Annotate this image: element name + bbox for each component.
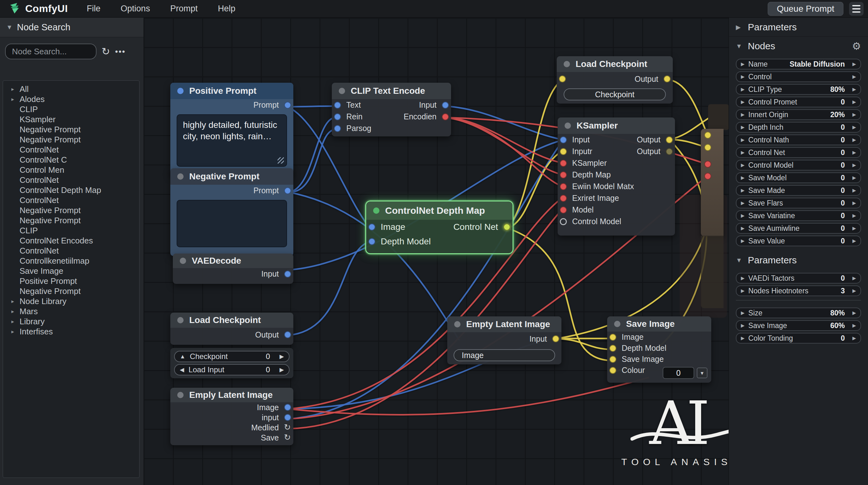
parameter-row[interactable]: ▶ CLIP Type 80% ▶: [736, 84, 861, 95]
output-port[interactable]: [442, 102, 449, 109]
input-port[interactable]: [560, 148, 567, 155]
gear-icon[interactable]: ⚙: [852, 40, 861, 52]
input-port[interactable]: [609, 345, 616, 352]
chevron-right-icon[interactable]: ▶: [852, 137, 856, 143]
chevron-right-icon[interactable]: ▶: [852, 175, 856, 181]
sidebar-list-item[interactable]: CLIP: [3, 225, 139, 235]
input-port[interactable]: [560, 171, 567, 178]
more-options-icon[interactable]: •••: [115, 47, 126, 57]
sidebar-list-item[interactable]: ControlNet: [3, 246, 139, 256]
parameter-row[interactable]: ▶ Nodes Hieotnoters 3 ▶: [736, 285, 861, 296]
parameter-row[interactable]: ▶ Save Flars 0 ▶: [736, 198, 861, 208]
chevron-right-icon[interactable]: ▶: [852, 288, 856, 294]
queue-prompt-button[interactable]: Queue Prompt: [768, 2, 843, 16]
node-clip-text-encode[interactable]: CLIP Text Encode Text Rein Parsog Input …: [332, 83, 451, 136]
menu-item[interactable]: Options: [121, 4, 150, 13]
parameter-row[interactable]: ▶ VAEDi Tactors 0 ▶: [736, 273, 861, 284]
menu-item[interactable]: File: [87, 4, 101, 13]
sidebar-list-item[interactable]: Negative Prompt: [3, 205, 139, 215]
output-port[interactable]: [284, 404, 291, 411]
reload-icon[interactable]: ↻: [284, 433, 291, 443]
node-ksampler[interactable]: KSampler Input Inputr KSampler Depth Map…: [558, 117, 675, 235]
sidebar-list-item[interactable]: Controllkenetiilmap: [3, 256, 139, 266]
input-port[interactable]: [334, 102, 341, 109]
sidebar-list-item[interactable]: Alodes: [3, 94, 139, 104]
image-widget[interactable]: Image: [454, 349, 555, 361]
refresh-icon[interactable]: ↻: [101, 46, 110, 57]
parameter-row[interactable]: ▶ Save Image 60% ▶: [736, 320, 861, 331]
parameter-row[interactable]: ▶ Control Net 0 ▶: [736, 147, 861, 158]
parameter-row[interactable]: ▶ Save Aumiwline 0 ▶: [736, 223, 861, 234]
output-port[interactable]: [284, 414, 291, 421]
node-search-input[interactable]: [5, 44, 96, 59]
output-port[interactable]: [552, 335, 559, 342]
parameter-row[interactable]: ▶ Control Nath 0 ▶: [736, 135, 861, 145]
output-port[interactable]: [284, 331, 291, 338]
input-port[interactable]: [560, 206, 567, 213]
chevron-right-icon[interactable]: ▶: [852, 162, 856, 168]
sidebar-header[interactable]: ▼ Node Search: [0, 18, 144, 37]
parameter-row[interactable]: ▶ Control Promet 0 ▶: [736, 96, 861, 107]
sidebar-list-item[interactable]: Negative Prompt: [3, 215, 139, 225]
up-arrow-icon[interactable]: ▲: [180, 353, 185, 360]
output-port[interactable]: [666, 136, 673, 143]
node-load-checkpoint-bottom[interactable]: Load Checkpoint Output: [170, 313, 293, 345]
input-port[interactable]: [609, 334, 616, 341]
sidebar-list-item[interactable]: Negative Prompt: [3, 286, 139, 296]
menu-item[interactable]: Help: [218, 4, 236, 13]
input-port[interactable]: [560, 136, 567, 143]
chevron-right-icon[interactable]: ▶: [852, 74, 856, 80]
parameter-row[interactable]: ▶ Save Made 0 ▶: [736, 185, 861, 196]
input-port[interactable]: [560, 160, 567, 167]
sidebar-list-item[interactable]: All: [3, 84, 139, 94]
sidebar-list-item[interactable]: CLIP: [3, 104, 139, 114]
chevron-right-icon[interactable]: ▶: [852, 225, 856, 231]
reload-icon[interactable]: ↻: [284, 423, 291, 432]
parameter-row[interactable]: ▶ Save Value 0 ▶: [736, 235, 861, 246]
prompt-textarea[interactable]: [177, 200, 287, 247]
parameter-row[interactable]: ▶ Save Model 0 ▶: [736, 172, 861, 183]
input-port[interactable]: [368, 238, 375, 245]
node-emply-latent-image[interactable]: Emply Latent Image Image input Medlied ↻…: [170, 388, 293, 445]
node-load-checkpoint-top[interactable]: Load Checkpoint Output Checkpoint: [557, 56, 673, 104]
node-save-image[interactable]: Save Image Image Depth Model Save Image …: [607, 316, 711, 383]
resize-handle[interactable]: [278, 157, 284, 164]
chevron-right-icon[interactable]: ▶: [852, 87, 856, 92]
parameter-row[interactable]: ▶ Depth Inch 0 ▶: [736, 122, 861, 133]
node-positive-prompt[interactable]: Positive Prompt Prompt highly detailed, …: [170, 83, 293, 176]
input-port[interactable]: [609, 356, 616, 363]
node-vaedecode[interactable]: VAEDecode Input: [173, 254, 293, 284]
parameter-row[interactable]: ▶ Save Variatine 0 ▶: [736, 210, 861, 221]
chevron-right-icon[interactable]: ▶: [852, 213, 856, 219]
section-parameters-bottom[interactable]: ▼ Parameters: [729, 251, 868, 270]
sidebar-list-item[interactable]: Interfises: [3, 326, 139, 337]
parameter-row[interactable]: ▶ Size 80% ▶: [736, 308, 861, 318]
sidebar-list-item[interactable]: KSampler: [3, 114, 139, 124]
colour-value-field[interactable]: 0: [663, 367, 694, 379]
colour-dropdown-icon[interactable]: ▼: [697, 368, 708, 378]
input-port[interactable]: [704, 144, 711, 151]
sidebar-list-item[interactable]: Library: [3, 316, 139, 326]
chevron-right-icon[interactable]: ▶: [852, 99, 856, 105]
sidebar-list-item[interactable]: ControlNet C: [3, 155, 139, 165]
node-empty-latent-image[interactable]: Empty Latent Image Input Image: [447, 316, 561, 364]
output-port[interactable]: [666, 148, 673, 155]
output-port[interactable]: [284, 187, 291, 194]
chevron-right-icon[interactable]: ▶: [852, 61, 856, 67]
chevron-right-icon[interactable]: ▶: [852, 150, 856, 155]
input-port[interactable]: [704, 173, 711, 180]
chevron-right-icon[interactable]: ▶: [852, 323, 856, 329]
output-port[interactable]: [284, 270, 291, 278]
hamburger-menu-icon[interactable]: [849, 2, 864, 16]
sidebar-list-item[interactable]: Negative Prompt: [3, 135, 139, 145]
input-port[interactable]: [560, 218, 567, 225]
sidebar-list-item[interactable]: ControlNet: [3, 145, 139, 155]
load-input-widget[interactable]: ◀ Load Input 0 ▶: [174, 364, 289, 375]
output-port[interactable]: [284, 102, 291, 109]
input-port[interactable]: [704, 161, 711, 168]
input-port[interactable]: [334, 113, 341, 120]
chevron-right-icon[interactable]: ▶: [852, 200, 856, 206]
checkpoint-widget[interactable]: ▲ Checkpoint 0 ▶: [174, 351, 289, 362]
chevron-right-icon[interactable]: ▶: [852, 335, 856, 341]
chevron-right-icon[interactable]: ▶: [852, 310, 856, 316]
